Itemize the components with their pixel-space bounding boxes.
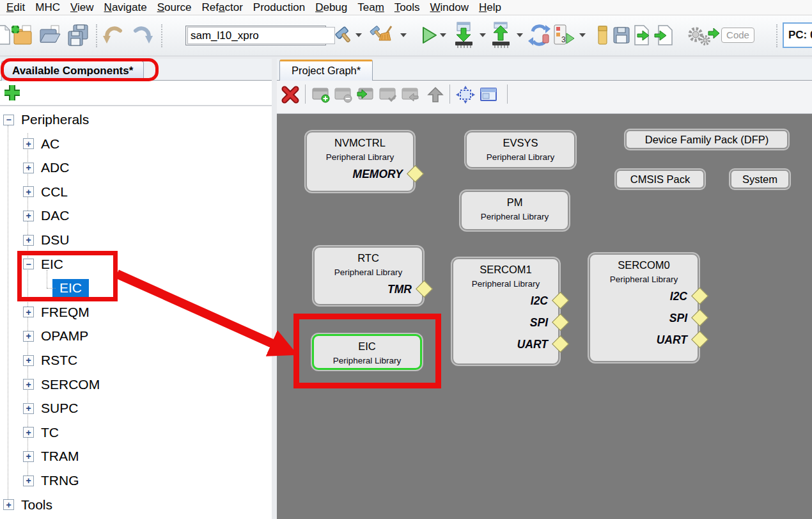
graph-canvas[interactable]: NVMCTRLPeripheral LibraryMEMORYEVSYSPeri… [277, 114, 812, 519]
menu-view[interactable]: View [65, 0, 99, 15]
tree-item-dsu[interactable]: +DSU [0, 228, 272, 252]
generate-code-button[interactable]: Code [673, 20, 769, 50]
expand-icon[interactable]: + [23, 379, 34, 390]
tree-item-tc[interactable]: +TC [0, 420, 272, 445]
graph-node-sercom0[interactable]: SERCOM0Peripheral LibraryI2CSPIUART [589, 253, 699, 362]
menu-help[interactable]: Help [474, 0, 506, 15]
component-tree[interactable]: −Peripherals+AC+ADC+CCL+DAC+DSU−EICEIC+F… [0, 108, 272, 519]
tree-item-freqm[interactable]: +FREQM [0, 300, 272, 324]
open-project-button[interactable] [37, 20, 63, 50]
save-all-button[interactable] [65, 20, 91, 50]
read-dropdown-arrow[interactable] [517, 33, 523, 37]
new-project-button[interactable] [9, 20, 35, 50]
expand-icon[interactable]: + [23, 138, 34, 149]
expand-icon[interactable]: + [23, 186, 34, 197]
port-diamond-icon[interactable] [691, 309, 708, 326]
tree-item-supc[interactable]: +SUPC [0, 396, 272, 420]
graph-node-evsys[interactable]: EVSYSPeripheral Library [465, 131, 575, 168]
graph-node-eic[interactable]: EICPeripheral Library [312, 334, 422, 370]
collapse-icon[interactable]: − [23, 259, 34, 269]
graph-node-rtc[interactable]: RTCPeripheral LibraryTMR [313, 246, 423, 305]
add-component-button[interactable] [3, 84, 21, 102]
program-dropdown-arrow[interactable] [480, 33, 486, 37]
expand-icon[interactable]: + [23, 235, 34, 246]
expand-icon[interactable]: + [23, 163, 34, 173]
tree-item-opamp[interactable]: +OPAMP [0, 324, 272, 348]
tree-item-peripherals[interactable]: −Peripherals [0, 108, 272, 132]
tree-item-eic-instance[interactable]: EIC [0, 276, 272, 300]
read-device-memory-button[interactable] [488, 20, 514, 50]
port-diamond-icon[interactable] [691, 331, 708, 348]
tree-item-adc[interactable]: +ADC [0, 156, 272, 180]
port-diamond-icon[interactable] [552, 314, 569, 331]
build-project-button[interactable] [331, 20, 357, 50]
project-configuration-value[interactable] [187, 27, 335, 44]
make-and-program-device-button[interactable] [451, 20, 477, 50]
confirm-window-button[interactable] [377, 83, 399, 106]
expand-icon[interactable]: + [23, 355, 34, 366]
tree-item-tram[interactable]: +TRAM [0, 444, 272, 468]
menu-tools[interactable]: Tools [389, 0, 425, 15]
clean-and-build-button[interactable] [370, 20, 395, 50]
graph-node-sercom1[interactable]: SERCOM1Peripheral LibraryI2CSPIUART [452, 258, 559, 365]
menu-team[interactable]: Team [352, 0, 389, 15]
port-diamond-icon[interactable] [407, 165, 424, 182]
debug-dropdown-arrow[interactable] [579, 33, 586, 37]
tab-project-graph[interactable]: Project Graph* [279, 60, 373, 81]
tree-item-sercom[interactable]: +SERCOM [0, 372, 272, 397]
tree-item-ac[interactable]: +AC [0, 132, 272, 156]
tree-item-dac[interactable]: +DAC [0, 204, 272, 228]
graph-pill-device-family-pack-dfp[interactable]: Device Family Pack (DFP) [625, 130, 788, 149]
menu-debug[interactable]: Debug [310, 0, 352, 15]
menu-window[interactable]: Window [425, 0, 474, 15]
tree-item-tools[interactable]: +Tools [0, 493, 272, 517]
expand-icon[interactable]: + [23, 331, 34, 342]
run-dropdown-arrow[interactable] [440, 33, 446, 37]
menu-edit[interactable]: Edit [1, 0, 30, 15]
port-diamond-icon[interactable] [691, 287, 708, 305]
expand-icon[interactable]: + [23, 211, 34, 221]
import-window-button[interactable] [355, 83, 377, 106]
menu-refactor[interactable]: Refactor [197, 0, 248, 15]
tab-available-components[interactable]: Available Components* [1, 61, 144, 81]
run-project-button[interactable] [416, 20, 441, 50]
menu-navigate[interactable]: Navigate [99, 0, 152, 15]
remove-window-button[interactable] [332, 83, 354, 106]
tree-item-rstc[interactable]: +RSTC [0, 348, 272, 372]
graph-pill-cmsis-pack[interactable]: CMSIS Pack [616, 170, 705, 189]
collapse-icon[interactable]: − [3, 115, 14, 125]
expand-icon[interactable]: + [23, 427, 34, 438]
debug-project-button[interactable]: 3 [551, 20, 577, 50]
add-window-button[interactable] [310, 83, 332, 106]
expand-icon[interactable]: + [23, 403, 34, 414]
redo-button[interactable] [129, 20, 155, 50]
expand-icon[interactable]: + [23, 451, 34, 462]
refresh-debug-session-button[interactable] [527, 20, 552, 50]
tree-item-ccl[interactable]: +CCL [0, 180, 272, 204]
menu-mhc[interactable]: MHC [30, 0, 65, 15]
expand-icon[interactable]: + [3, 499, 14, 510]
project-configuration-select[interactable]: ⌄ [185, 26, 326, 45]
undo-button[interactable] [101, 20, 127, 50]
port-diamond-icon[interactable] [416, 280, 433, 298]
delete-component-button[interactable] [279, 83, 301, 106]
zoom-to-fit-button[interactable] [455, 83, 476, 106]
revert-window-button[interactable] [400, 83, 421, 106]
node-title: SERCOM0 [590, 259, 698, 272]
tree-connector-lines [47, 270, 47, 288]
tree-item-trng[interactable]: +TRNG [0, 468, 272, 493]
port-diamond-icon[interactable] [552, 335, 569, 353]
build-dropdown-arrow[interactable] [355, 33, 362, 37]
menu-source[interactable]: Source [152, 0, 197, 15]
clean-build-dropdown-arrow[interactable] [400, 33, 407, 37]
graph-pill-system[interactable]: System [730, 170, 790, 189]
graph-node-nvmctrl[interactable]: NVMCTRLPeripheral LibraryMEMORY [306, 131, 414, 192]
expand-icon[interactable]: + [23, 307, 34, 317]
tree-item-eic[interactable]: −EIC [0, 252, 272, 276]
overview-window-button[interactable] [478, 83, 499, 106]
menu-production[interactable]: Production [248, 0, 310, 15]
expand-icon[interactable]: + [23, 475, 34, 486]
move-up-button[interactable] [425, 83, 446, 106]
graph-node-pm[interactable]: PMPeripheral Library [460, 191, 569, 230]
port-diamond-icon[interactable] [552, 292, 569, 309]
